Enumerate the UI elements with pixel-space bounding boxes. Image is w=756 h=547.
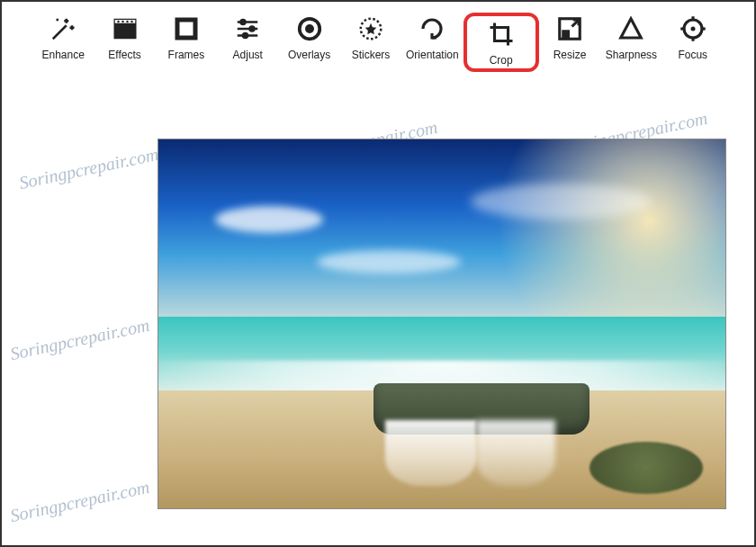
svg-point-3 <box>122 21 124 23</box>
svg-point-4 <box>126 21 129 23</box>
canvas-area[interactable]: Soringpcrepair.com Soringpcrepair.com So… <box>9 95 747 538</box>
watermark: Soringpcrepair.com <box>17 144 160 193</box>
watermark: Soringpcrepair.com <box>9 315 151 364</box>
adjust-icon <box>231 13 264 45</box>
cloud <box>471 184 651 220</box>
water-cascade <box>476 420 555 487</box>
enhance-button[interactable]: Enhance <box>32 13 94 61</box>
adjust-button[interactable]: Adjust <box>217 13 278 61</box>
overlays-icon <box>293 13 326 45</box>
effects-icon <box>109 13 141 45</box>
focus-button[interactable]: Focus <box>662 13 724 61</box>
sharpness-icon <box>615 13 647 45</box>
frames-icon <box>170 13 202 45</box>
svg-point-11 <box>250 27 255 31</box>
focus-icon <box>677 13 709 45</box>
svg-point-21 <box>690 27 695 31</box>
resize-icon <box>554 13 586 45</box>
enhance-icon <box>47 13 79 45</box>
svg-rect-6 <box>177 20 195 38</box>
enhance-label: Enhance <box>41 49 84 61</box>
resize-button[interactable]: Resize <box>539 13 600 61</box>
stickers-button[interactable]: Stickers <box>340 13 401 61</box>
crop-icon <box>485 18 518 50</box>
sharpness-button[interactable]: Sharpness <box>600 13 662 61</box>
stickers-icon <box>355 13 387 45</box>
effects-button[interactable]: Effects <box>94 13 155 61</box>
stickers-label: Stickers <box>352 49 391 61</box>
svg-marker-19 <box>621 19 642 38</box>
crop-button[interactable]: Crop <box>464 13 539 72</box>
effects-label: Effects <box>108 49 140 61</box>
sharpness-label: Sharpness <box>606 49 657 61</box>
svg-point-12 <box>243 33 248 38</box>
app-frame: Enhance Effects Frames Adjust Overlays <box>0 0 756 547</box>
sky-clouds-right <box>471 139 726 343</box>
water-cascade <box>385 420 476 487</box>
focus-label: Focus <box>678 49 707 61</box>
svg-point-10 <box>241 20 246 24</box>
svg-point-2 <box>117 21 120 23</box>
orientation-label: Orientation <box>406 49 459 61</box>
svg-point-14 <box>305 24 314 33</box>
svg-rect-18 <box>562 30 570 38</box>
cloud <box>317 250 461 274</box>
adjust-label: Adjust <box>233 49 263 61</box>
image-canvas[interactable] <box>158 139 726 509</box>
overlays-button[interactable]: Overlays <box>278 13 339 61</box>
frames-button[interactable]: Frames <box>156 13 217 61</box>
orientation-button[interactable]: Orientation <box>401 13 463 61</box>
watermark: Soringpcrepair.com <box>9 477 151 526</box>
overlays-label: Overlays <box>288 49 330 61</box>
orientation-icon <box>416 13 448 45</box>
toolbar: Enhance Effects Frames Adjust Overlays <box>11 9 745 79</box>
cloud <box>215 206 323 233</box>
resize-label: Resize <box>554 49 587 61</box>
svg-point-5 <box>130 21 133 23</box>
moss-rock <box>590 442 703 493</box>
frames-label: Frames <box>168 49 205 61</box>
crop-label: Crop <box>490 54 513 67</box>
svg-marker-16 <box>365 23 377 35</box>
